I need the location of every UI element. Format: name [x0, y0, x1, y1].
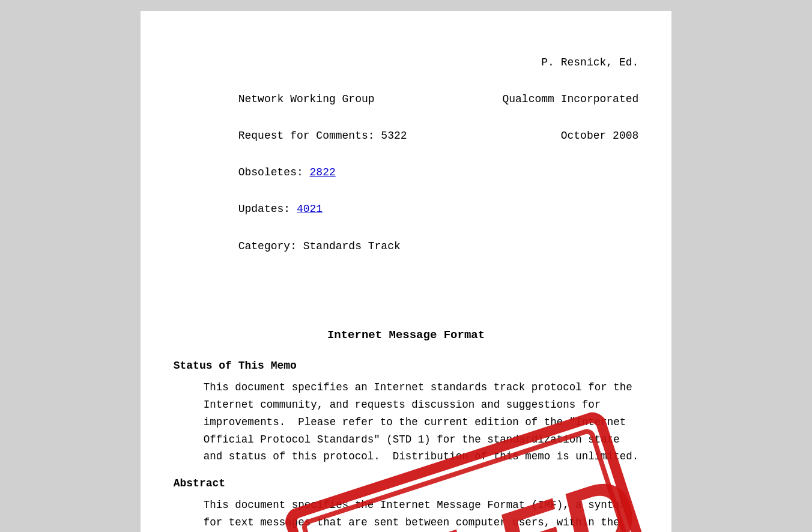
abstract-section: Abstract This document specifies the Int…	[174, 477, 639, 532]
status-heading: Status of This Memo	[174, 360, 639, 372]
abstract-heading: Abstract	[174, 477, 639, 489]
header-group: Network Working Group Request for Commen…	[174, 71, 407, 274]
author: P. Resnick, Ed.	[541, 56, 638, 68]
updates-link[interactable]: 4021	[297, 203, 323, 215]
content-area: FAILED Status of This Memo This document…	[174, 360, 639, 532]
stamp-container: Network Working Group Request for Commen…	[130, 0, 683, 532]
obsoletes-label: Obsoletes:	[238, 166, 310, 178]
status-body: This document specifies an Internet stan…	[204, 379, 639, 465]
header-left: Network Working Group Request for Commen…	[174, 35, 407, 310]
header-right: P. Resnick, Ed. Qualcomm Incorporated Oc…	[450, 35, 638, 310]
updates-label: Updates:	[238, 203, 297, 215]
document-body: Network Working Group Request for Commen…	[141, 11, 672, 532]
obsoletes-link[interactable]: 2822	[310, 166, 336, 178]
category: Category: Standards Track	[238, 240, 401, 252]
request-for-comments: Request for Comments: 5322	[238, 130, 407, 142]
document-title: Internet Message Format	[174, 328, 639, 342]
date: October 2008	[561, 130, 639, 142]
network-working-group: Network Working Group	[238, 93, 375, 105]
document-header: Network Working Group Request for Commen…	[174, 35, 639, 310]
status-section: Status of This Memo This document specif…	[174, 360, 639, 465]
abstract-body: This document specifies the Internet Mes…	[204, 497, 639, 532]
organization: Qualcomm Incorporated	[502, 93, 638, 105]
